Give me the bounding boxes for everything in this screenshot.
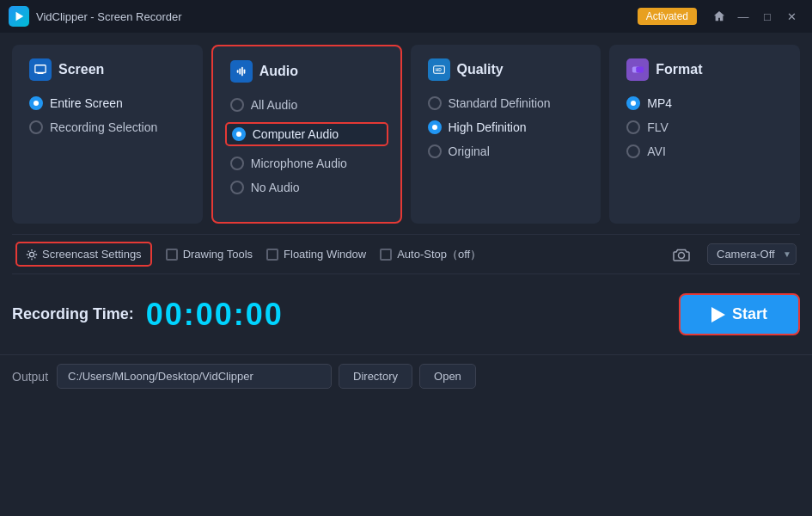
svg-rect-1 (35, 65, 46, 73)
minimize-button[interactable]: — (731, 4, 755, 28)
screencast-settings-button[interactable]: Screencast Settings (15, 242, 152, 267)
audio-icon (230, 60, 253, 83)
open-button[interactable]: Open (419, 364, 476, 389)
entire-screen-radio[interactable] (29, 96, 43, 110)
svg-point-13 (679, 252, 685, 258)
output-path-input[interactable] (57, 364, 332, 389)
main-content: Screen Entire Screen Recording Selection… (0, 33, 812, 274)
format-icon (626, 58, 649, 81)
drawing-tools-box[interactable] (166, 249, 178, 261)
maximize-button[interactable]: □ (755, 4, 779, 28)
recording-selection-radio[interactable] (29, 120, 43, 134)
standard-definition-radio[interactable] (428, 96, 442, 110)
screen-card-title: Screen (29, 58, 186, 81)
svg-rect-5 (239, 69, 241, 75)
high-definition-radio[interactable] (428, 120, 442, 134)
mp4-radio[interactable] (626, 96, 640, 110)
format-card: Format MP4 FLV AVI (609, 45, 800, 224)
output-section: Output Directory Open (0, 354, 812, 399)
screen-card: Screen Entire Screen Recording Selection (12, 45, 203, 224)
mp4-option[interactable]: MP4 (626, 96, 783, 110)
start-button[interactable]: Start (679, 293, 800, 335)
quality-card: HD Quality Standard Definition High Defi… (411, 45, 601, 224)
microphone-audio-radio[interactable] (230, 157, 244, 170)
screen-icon (29, 58, 52, 81)
app-title: VidClipper - Screen Recorder (36, 10, 638, 23)
audio-card: Audio All Audio Computer Audio Microphon… (211, 45, 402, 224)
close-button[interactable]: ✕ (779, 4, 803, 28)
quality-card-title: HD Quality (428, 58, 584, 81)
svg-rect-4 (237, 70, 239, 73)
recording-timer: 00:00:00 (146, 297, 284, 333)
svg-rect-11 (637, 67, 644, 73)
svg-point-12 (29, 252, 34, 256)
flv-radio[interactable] (626, 120, 640, 134)
toolbar: Screencast Settings Drawing Tools Floati… (12, 234, 800, 274)
no-audio-option[interactable]: No Audio (230, 181, 383, 194)
avi-option[interactable]: AVI (626, 144, 783, 158)
all-audio-radio[interactable] (230, 98, 244, 112)
format-card-title: Format (626, 58, 783, 81)
svg-text:HD: HD (435, 68, 442, 72)
avi-radio[interactable] (626, 144, 640, 158)
cards-container: Screen Entire Screen Recording Selection… (12, 45, 800, 224)
flv-option[interactable]: FLV (626, 120, 783, 134)
auto-stop-box[interactable] (380, 249, 392, 261)
output-label: Output (12, 370, 48, 384)
camera-select[interactable]: Camera-Off (707, 243, 797, 265)
auto-stop-checkbox[interactable]: Auto-Stop（off） (380, 247, 481, 262)
app-logo (9, 6, 29, 27)
entire-screen-option[interactable]: Entire Screen (29, 96, 186, 110)
quality-icon: HD (428, 58, 450, 81)
home-button[interactable] (707, 4, 731, 28)
microphone-audio-option[interactable]: Microphone Audio (230, 157, 383, 170)
standard-definition-option[interactable]: Standard Definition (428, 96, 584, 110)
high-definition-option[interactable]: High Definition (428, 120, 584, 134)
play-icon (711, 307, 725, 322)
original-quality-option[interactable]: Original (428, 144, 584, 158)
drawing-tools-checkbox[interactable]: Drawing Tools (166, 248, 253, 261)
recording-selection-option[interactable]: Recording Selection (29, 120, 186, 134)
computer-audio-radio[interactable] (232, 127, 246, 141)
recording-time-label: Recording Time: (12, 305, 134, 323)
camera-select-wrapper: Camera-Off ▼ (707, 243, 797, 265)
floating-window-box[interactable] (266, 249, 278, 261)
svg-rect-7 (243, 69, 245, 73)
audio-card-title: Audio (230, 60, 383, 83)
original-quality-radio[interactable] (428, 144, 442, 158)
camera-icon[interactable] (669, 243, 693, 267)
all-audio-option[interactable]: All Audio (230, 98, 383, 112)
svg-rect-6 (241, 67, 243, 77)
activated-badge: Activated (638, 8, 697, 25)
svg-marker-0 (16, 12, 24, 22)
directory-button[interactable]: Directory (339, 364, 412, 389)
computer-audio-option[interactable]: Computer Audio (225, 122, 388, 146)
no-audio-radio[interactable] (230, 181, 244, 194)
titlebar: VidClipper - Screen Recorder Activated —… (0, 0, 812, 33)
recording-section: Recording Time: 00:00:00 Start (0, 274, 812, 354)
floating-window-checkbox[interactable]: Floating Window (266, 248, 366, 261)
